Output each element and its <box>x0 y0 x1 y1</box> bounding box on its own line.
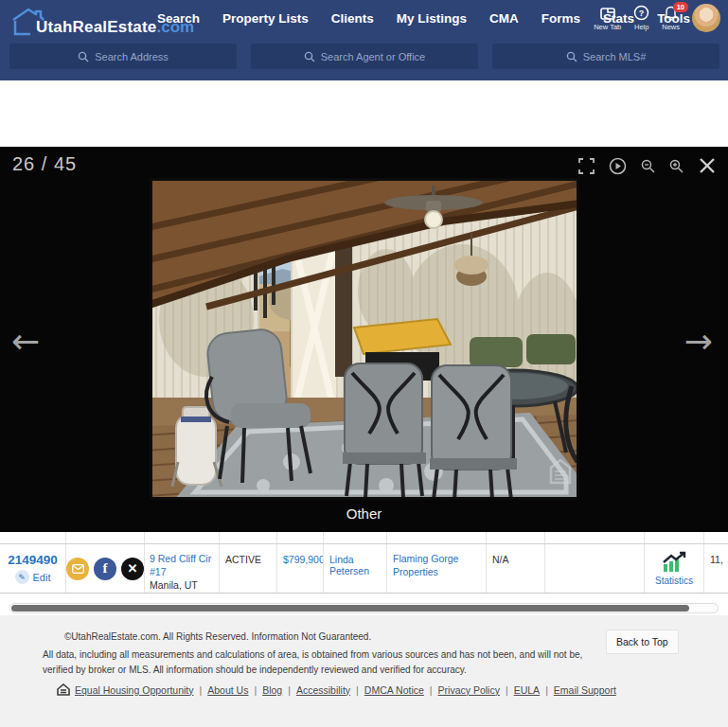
lightbox-toolbar <box>578 156 717 175</box>
statistics-chart-icon <box>660 551 688 574</box>
address-city: Manila, UT 84046 <box>150 578 214 593</box>
new-tab-icon <box>599 6 616 21</box>
agent-link[interactable]: Linda Petersen <box>329 554 369 576</box>
footer-link-equal-housing[interactable]: Equal Housing Opportunity <box>75 684 194 696</box>
search-address-placeholder: Search Address <box>95 51 169 62</box>
svg-text:?: ? <box>639 9 645 18</box>
statistics-label: Statistics <box>655 576 693 586</box>
office-cell: Flaming Gorge Properties <box>387 544 487 593</box>
edit-button[interactable]: ✎ Edit <box>15 570 51 584</box>
footer-link-email-support[interactable]: Email Support <box>554 684 616 696</box>
agent-cell: Linda Petersen <box>324 544 387 593</box>
disclaimer-text: All data, including all measurements and… <box>43 647 611 677</box>
help-button[interactable]: ? Help <box>633 5 649 31</box>
zoom-in-icon[interactable] <box>669 159 684 173</box>
truncated-value: 11, <box>710 554 723 565</box>
table-row-sliver <box>0 532 728 544</box>
top-navigation-bar: UtahRealEstate.com Search Property Lists… <box>0 0 728 80</box>
footer-link-eula[interactable]: EULA <box>514 684 540 696</box>
photo-counter: 26 / 45 <box>12 153 77 175</box>
search-icon <box>566 51 577 62</box>
mls-number-link[interactable]: 2149490 <box>8 553 58 567</box>
statistics-button[interactable]: Statistics <box>645 544 704 593</box>
page: UtahRealEstate.com Search Property Lists… <box>0 0 728 727</box>
equal-housing-icon <box>57 683 70 696</box>
empty-cell <box>545 544 645 593</box>
edit-label: Edit <box>33 572 51 583</box>
new-tab-button[interactable]: New Tab <box>594 6 621 31</box>
truncated-cell: 11, <box>704 544 728 593</box>
search-mls-placeholder: Search MLS# <box>583 51 647 62</box>
user-avatar[interactable] <box>692 4 720 32</box>
mls-cell: 2149490 ✎ Edit <box>0 544 66 593</box>
logo-text: UtahRealEstate <box>36 18 157 37</box>
na-cell: N/A <box>487 544 545 593</box>
footer-links: Equal Housing Opportunity | About Us | B… <box>57 683 616 696</box>
search-agent-office-input[interactable]: Search Agent or Office <box>251 44 478 69</box>
table-row: 2149490 ✎ Edit f ✕ 9 Red Cliff Cir #17 <box>0 544 728 594</box>
office-link[interactable]: Flaming Gorge Properties <box>393 553 458 577</box>
photo-caption: Other <box>0 505 728 522</box>
price-link[interactable]: $799,900 <box>283 554 324 565</box>
footer-link-accessibility[interactable]: Accessibility <box>296 684 350 696</box>
search-address-input[interactable]: Search Address <box>9 44 237 69</box>
scrollbar-thumb[interactable] <box>11 605 689 612</box>
help-icon: ? <box>633 5 649 21</box>
header-quick-actions: New Tab ? Help 10 News <box>594 4 720 32</box>
status-cell: ACTIVE <box>220 544 277 593</box>
menu-item-clients[interactable]: Clients <box>331 11 374 26</box>
news-button[interactable]: 10 News <box>662 6 680 31</box>
search-icon <box>78 51 89 62</box>
close-icon[interactable] <box>698 156 717 175</box>
page-footer: ©UtahRealEstate.com. All Rights Reserved… <box>0 615 728 727</box>
search-mls-input[interactable]: Search MLS# <box>492 44 719 69</box>
horizontal-scrollbar[interactable] <box>9 603 719 613</box>
pencil-icon: ✎ <box>15 570 29 584</box>
menu-item-forms[interactable]: Forms <box>542 11 580 26</box>
listings-table: 2149490 ✎ Edit f ✕ 9 Red Cliff Cir #17 <box>0 532 728 594</box>
help-label: Help <box>634 23 648 31</box>
status-value: ACTIVE <box>225 554 261 565</box>
share-cell: f ✕ <box>66 544 145 593</box>
news-label: News <box>662 23 680 31</box>
menu-item-cma[interactable]: CMA <box>489 11 519 26</box>
fullscreen-icon[interactable] <box>578 158 595 174</box>
news-badge: 10 <box>673 2 688 12</box>
menu-item-my-listings[interactable]: My Listings <box>397 11 467 26</box>
x-twitter-icon[interactable]: ✕ <box>121 558 144 580</box>
facebook-icon[interactable]: f <box>94 558 116 580</box>
search-icon <box>304 51 315 62</box>
copyright-text: ©UtahRealEstate.com. All Rights Reserved… <box>64 631 371 642</box>
footer-link-blog[interactable]: Blog <box>262 684 282 696</box>
menu-item-search[interactable]: Search <box>157 11 200 26</box>
photo-lightbox: 26 / 45 <box>0 147 728 532</box>
footer-link-about-us[interactable]: About Us <box>207 684 248 696</box>
address-cell: 9 Red Cliff Cir #17 Manila, UT 84046 <box>145 544 220 593</box>
na-value: N/A <box>492 554 509 565</box>
play-slideshow-icon[interactable] <box>609 157 627 175</box>
footer-link-privacy[interactable]: Privacy Policy <box>438 684 500 696</box>
listing-photo[interactable] <box>150 178 579 500</box>
back-to-top-button[interactable]: Back to Top <box>606 629 679 654</box>
new-tab-label: New Tab <box>594 23 621 31</box>
previous-photo-arrow[interactable]: ← <box>11 325 40 359</box>
email-icon[interactable] <box>66 558 89 580</box>
zoom-out-icon[interactable] <box>641 159 655 173</box>
footer-link-dmca[interactable]: DMCA Notice <box>364 684 424 696</box>
menu-item-property-lists[interactable]: Property Lists <box>222 11 309 26</box>
next-photo-arrow[interactable]: → <box>684 325 713 359</box>
address-link[interactable]: 9 Red Cliff Cir #17 <box>150 552 214 578</box>
price-cell: $799,900 <box>277 544 324 593</box>
search-agent-placeholder: Search Agent or Office <box>321 51 425 62</box>
